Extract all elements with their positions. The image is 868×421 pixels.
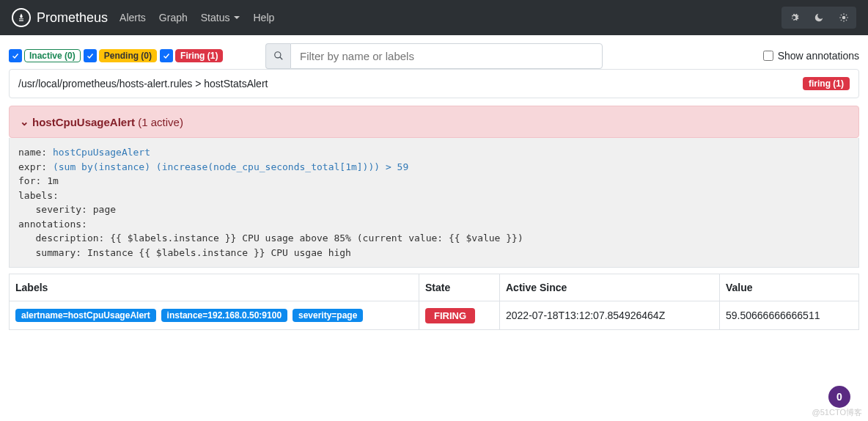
filter-row: Inactive (0) Pending (0) Firing (1) Show… <box>9 43 859 69</box>
alert-definition: name: hostCpuUsageAlert expr: (sum by(in… <box>9 138 859 268</box>
svg-point-0 <box>842 16 846 20</box>
filter-inactive[interactable]: Inactive (0) <box>9 49 81 62</box>
filter-pending[interactable]: Pending (0) <box>84 49 157 62</box>
nav-links: Alerts Graph Status Help <box>119 12 274 23</box>
alert-instances-table: Labels State Active Since Value alertnam… <box>9 274 859 330</box>
moon-icon <box>814 12 824 23</box>
checkbox-checked-icon <box>160 49 173 62</box>
show-annotations-toggle[interactable]: Show annotations <box>763 50 859 62</box>
label-pill-alertname[interactable]: alertname=hostCpuUsageAlert <box>15 309 156 322</box>
alert-header[interactable]: ⌄ hostCpuUsageAlert (1 active) <box>9 106 859 138</box>
navbar: Prometheus Alerts Graph Status Help <box>0 0 868 35</box>
table-row: alertname=hostCpuUsageAlert instance=192… <box>10 301 859 330</box>
svg-line-2 <box>279 57 282 60</box>
nav-graph[interactable]: Graph <box>159 12 188 23</box>
search-button[interactable] <box>265 43 290 69</box>
search-input[interactable] <box>290 43 603 69</box>
chevron-down-icon <box>234 16 240 19</box>
label-pill-severity[interactable]: severity=page <box>293 309 363 322</box>
col-value: Value <box>720 274 859 301</box>
cell-value: 59.50666666666511 <box>720 301 859 330</box>
nav-alerts[interactable]: Alerts <box>119 12 146 23</box>
gear-icon <box>789 12 799 23</box>
label-pill-instance[interactable]: instance=192.168.0.50:9100 <box>161 309 287 322</box>
theme-switcher <box>781 7 856 29</box>
navbar-left: Prometheus Alerts Graph Status Help <box>12 8 274 27</box>
cell-labels: alertname=hostCpuUsageAlert instance=192… <box>10 301 419 330</box>
theme-light-button[interactable] <box>833 8 855 27</box>
table-header-row: Labels State Active Since Value <box>10 274 859 301</box>
prometheus-logo-icon <box>12 8 31 27</box>
filter-firing[interactable]: Firing (1) <box>160 49 223 62</box>
search-group <box>265 43 603 69</box>
cell-active-since: 2022-07-18T13:12:07.854926464Z <box>500 301 720 330</box>
checkbox-checked-icon <box>9 49 22 62</box>
brand-text: Prometheus <box>37 10 108 26</box>
def-expr[interactable]: (sum by(instance) (increase(node_cpu_sec… <box>53 161 408 172</box>
content: Inactive (0) Pending (0) Firing (1) Show… <box>0 35 868 337</box>
rule-group: /usr/local/prometheus/hosts-alert.rules … <box>9 69 859 98</box>
inactive-badge: Inactive (0) <box>24 49 81 62</box>
nav-status[interactable]: Status <box>201 12 240 23</box>
brand[interactable]: Prometheus <box>12 8 108 27</box>
theme-dark-button[interactable] <box>808 8 830 27</box>
def-name[interactable]: hostCpuUsageAlert <box>53 147 150 158</box>
alert-active-count: (1 active) <box>138 116 183 128</box>
nav-help[interactable]: Help <box>253 12 274 23</box>
alert-name: hostCpuUsageAlert <box>32 116 135 128</box>
checkbox-checked-icon <box>84 49 97 62</box>
group-firing-badge: firing (1) <box>803 77 850 90</box>
state-filters: Inactive (0) Pending (0) Firing (1) <box>9 49 223 62</box>
col-state: State <box>419 274 500 301</box>
rule-group-path: /usr/local/prometheus/hosts-alert.rules … <box>18 78 268 89</box>
svg-point-1 <box>274 52 280 58</box>
pending-badge: Pending (0) <box>99 49 157 62</box>
show-annotations-checkbox[interactable] <box>763 51 773 61</box>
col-active-since: Active Since <box>500 274 720 301</box>
col-labels: Labels <box>10 274 419 301</box>
cell-state: FIRING <box>419 301 500 330</box>
sun-icon <box>839 12 849 23</box>
chevron-down-icon: ⌄ <box>20 115 29 128</box>
theme-auto-button[interactable] <box>783 8 805 27</box>
state-pill: FIRING <box>425 308 475 323</box>
firing-badge: Firing (1) <box>175 49 223 62</box>
show-annotations-label: Show annotations <box>778 50 859 62</box>
search-icon <box>273 51 284 61</box>
